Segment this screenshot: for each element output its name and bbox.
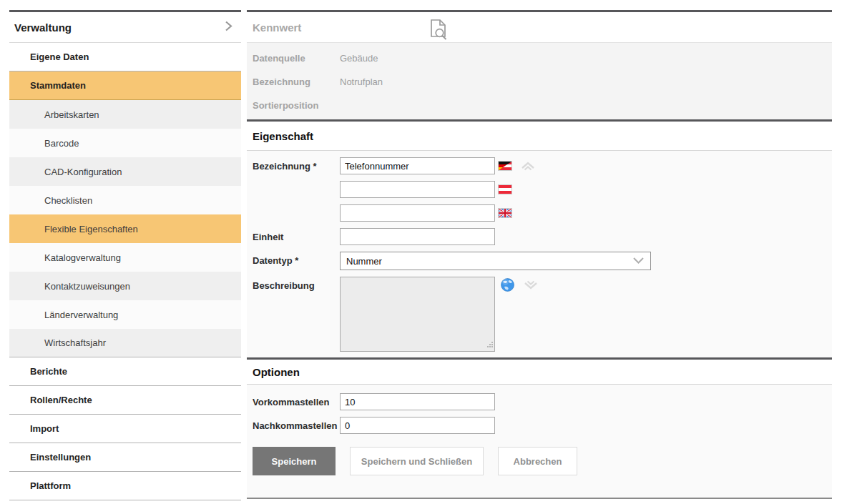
sidebar-item-import[interactable]: Import [9, 415, 241, 443]
save-button[interactable]: Speichern [253, 447, 336, 475]
beschreibung-label: Beschreibung [253, 277, 340, 291]
beschreibung-textarea[interactable] [340, 277, 495, 352]
sidebar-item-katalogverwaltung[interactable]: Katalogverwaltung [9, 243, 241, 272]
sidebar-item-rollen-rechte[interactable]: Rollen/Rechte [9, 386, 241, 415]
eigenschaft-title: Eigenschaft [253, 130, 313, 142]
einheit-label: Einheit [253, 228, 340, 242]
einheit-input[interactable] [340, 228, 495, 245]
eigenschaft-form: Bezeichnung * [247, 151, 832, 357]
save-and-close-button[interactable]: Speichern und Schließen [350, 447, 484, 475]
sidebar-item-checklisten[interactable]: Checklisten [9, 186, 241, 214]
sidebar-item-plattform[interactable]: Plattform [9, 472, 241, 500]
bezeichnung-row-primary: Bezeichnung * [253, 157, 832, 174]
summary-row-bezeichnung: Bezeichnung Notrufplan [253, 70, 832, 94]
document-search-icon[interactable] [429, 19, 449, 43]
bezeichnung-input-secondary[interactable] [340, 181, 495, 198]
sidebar-item-berichte[interactable]: Berichte [9, 357, 241, 386]
bezeichnung-row-english [253, 204, 832, 222]
globe-icon [501, 278, 514, 294]
optionen-title: Optionen [253, 366, 300, 378]
summary-row-sortierposition: Sortierposition [253, 94, 832, 117]
summary-row-datenquelle: Datenquelle Gebäude [253, 46, 832, 70]
kennwert-title: Kennwert [253, 21, 301, 34]
sidebar-item-laenderverwaltung[interactable]: Länderverwaltung [9, 300, 241, 329]
sidebar-header: Verwaltung [9, 10, 241, 43]
datentyp-selected-value: Nummer [346, 256, 382, 267]
kennwert-summary-box: Datenquelle Gebäude Bezeichnung Notrufpl… [247, 43, 832, 119]
beschreibung-row: Beschreibung [253, 277, 832, 352]
form-buttons: Speichern Speichern und Schließen Abbrec… [253, 447, 832, 475]
nachkommastellen-label: Nachkommastel­len [253, 417, 340, 431]
vorkommastellen-row: Vorkommastellen [253, 393, 832, 410]
beschreibung-textarea-wrap [340, 277, 495, 352]
datenquelle-label: Datenquelle [253, 53, 340, 64]
sidebar-item-cad-konfiguration[interactable]: CAD-Konfiguration [9, 157, 241, 186]
nachkommastellen-row: Nachkommastel­len [253, 417, 832, 434]
sidebar-item-arbeitskarten[interactable]: Arbeitskarten [9, 100, 241, 129]
flag-germany-austria-icon [499, 162, 511, 170]
sidebar-item-einstellungen[interactable]: Einstellungen [9, 443, 241, 472]
sidebar-item-stammdaten[interactable]: Stammdaten [9, 71, 241, 100]
sidebar-item-wirtschaftsjahr[interactable]: Wirtschaftsjahr [9, 329, 241, 357]
datenquelle-value: Gebäude [340, 53, 378, 64]
bezeichnung-input-english[interactable] [340, 204, 495, 222]
datentyp-row: Datentyp * Nummer [253, 252, 832, 270]
sidebar-title: Verwaltung [14, 21, 72, 34]
flag-austria-icon [499, 185, 511, 194]
chevron-up-icon[interactable] [520, 160, 536, 174]
chevron-right-icon[interactable] [225, 20, 232, 34]
eigenschaft-section-header: Eigenschaft [247, 122, 832, 151]
main-content: Kennwert Datenquelle Gebäude Bezeichnung… [247, 10, 832, 499]
datentyp-select[interactable]: Nummer [340, 252, 651, 270]
kennwert-section-header: Kennwert [247, 10, 832, 43]
vorkommastellen-label: Vorkommastellen [253, 393, 340, 407]
bezeichnung-label: Bezeichnung * [253, 157, 340, 172]
sidebar-navigation: Verwaltung Eigene Daten Stammdaten Arbei… [9, 10, 241, 500]
einheit-row: Einheit [253, 228, 832, 245]
datentyp-label: Datentyp * [253, 252, 340, 266]
sidebar-item-barcode[interactable]: Barcode [9, 129, 241, 157]
nachkommastellen-input[interactable] [340, 417, 495, 434]
bezeichnung-summary-value: Notrufplan [340, 76, 383, 87]
sidebar-item-kontaktzuweisungen[interactable]: Kontaktzuweisungen [9, 272, 241, 300]
optionen-section-header: Optionen [247, 360, 832, 385]
spacer-label [253, 181, 340, 184]
flag-united-kingdom-icon [499, 209, 511, 217]
chevron-down-icon [632, 256, 645, 267]
bezeichnung-input-primary[interactable] [340, 157, 495, 174]
sortierposition-label: Sortierposition [253, 100, 340, 111]
sidebar-item-flexible-eigenschaften[interactable]: Flexible Eigenschaften [9, 214, 241, 243]
optionen-form: Vorkommastellen Nachkommastel­len Speich… [247, 385, 832, 499]
cancel-button[interactable]: Abbrechen [498, 447, 577, 475]
chevron-down-icon[interactable] [523, 280, 539, 293]
resize-grip-icon[interactable] [487, 339, 493, 350]
bezeichnung-row-secondary [253, 181, 832, 198]
bezeichnung-summary-label: Bezeichnung [253, 76, 340, 87]
sidebar-item-eigene-daten[interactable]: Eigene Daten [9, 43, 241, 71]
spacer-label [253, 204, 340, 208]
admin-page: Verwaltung Eigene Daten Stammdaten Arbei… [0, 0, 847, 504]
vorkommastellen-input[interactable] [340, 393, 495, 410]
